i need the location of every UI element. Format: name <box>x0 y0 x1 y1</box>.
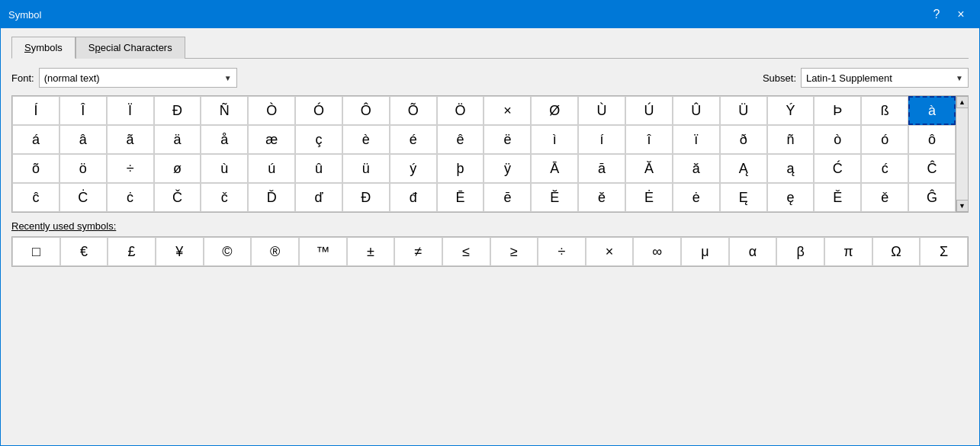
symbol-cell[interactable]: Ð <box>154 96 201 125</box>
symbol-cell[interactable]: Č <box>154 183 201 212</box>
symbol-cell[interactable]: ö <box>59 154 107 183</box>
symbol-cell[interactable]: Ė <box>625 183 673 212</box>
recent-symbol-cell[interactable]: μ <box>681 237 729 266</box>
symbol-cell[interactable]: Ó <box>295 96 342 125</box>
symbol-cell[interactable]: Ï <box>107 96 154 125</box>
symbol-cell[interactable]: ñ <box>767 125 815 154</box>
font-dropdown[interactable]: (normal text) ▼ <box>39 68 237 88</box>
recent-symbol-cell[interactable]: ≠ <box>394 237 442 266</box>
symbol-cell[interactable]: ã <box>107 125 154 154</box>
symbol-cell[interactable]: đ <box>390 183 437 212</box>
symbol-cell[interactable]: ï <box>673 125 720 154</box>
scroll-down-button[interactable]: ▼ <box>956 200 969 212</box>
symbol-cell[interactable]: ô <box>908 125 956 154</box>
symbol-cell[interactable]: ê <box>437 125 484 154</box>
recent-symbol-cell[interactable]: × <box>586 237 634 266</box>
recent-symbol-cell[interactable]: ≤ <box>442 237 490 266</box>
symbol-cell[interactable]: ĕ <box>578 183 625 212</box>
symbol-cell[interactable]: Ò <box>248 96 295 125</box>
symbol-cell[interactable]: Ø <box>531 96 578 125</box>
symbol-cell[interactable]: Ā <box>531 154 578 183</box>
symbol-cell[interactable]: Ċ <box>59 183 107 212</box>
symbol-cell[interactable]: ą <box>767 154 815 183</box>
symbol-cell[interactable]: ć <box>861 154 908 183</box>
symbol-cell[interactable]: æ <box>248 125 295 154</box>
symbol-cell[interactable]: Ĕ <box>531 183 578 212</box>
symbol-cell[interactable]: ă <box>673 154 720 183</box>
recent-symbol-cell[interactable]: □ <box>12 237 60 266</box>
symbol-cell[interactable]: Ý <box>767 96 815 125</box>
symbol-cell[interactable]: û <box>295 154 342 183</box>
symbol-cell[interactable]: þ <box>437 154 484 183</box>
symbol-cell[interactable]: ÿ <box>484 154 531 183</box>
recent-symbol-cell[interactable]: ∞ <box>633 237 681 266</box>
symbol-cell[interactable]: î <box>625 125 673 154</box>
symbol-cell[interactable]: í <box>578 125 625 154</box>
symbol-cell[interactable]: ď <box>295 183 342 212</box>
symbol-cell[interactable]: Ô <box>342 96 390 125</box>
symbol-cell[interactable]: ę <box>767 183 815 212</box>
symbol-cell[interactable]: ß <box>861 96 908 125</box>
recent-symbol-cell[interactable]: ™ <box>299 237 347 266</box>
recent-symbol-cell[interactable]: © <box>204 237 252 266</box>
scroll-up-button[interactable]: ▲ <box>956 96 969 108</box>
recent-symbol-cell[interactable]: ÷ <box>538 237 586 266</box>
symbol-cell[interactable]: Ę <box>720 183 767 212</box>
symbol-cell[interactable]: ì <box>531 125 578 154</box>
symbol-cell[interactable]: ð <box>720 125 767 154</box>
symbol-cell[interactable]: ù <box>201 154 248 183</box>
symbol-cell[interactable]: Ē <box>437 183 484 212</box>
symbol-cell[interactable]: Ĉ <box>908 154 956 183</box>
recent-symbol-cell[interactable]: ¥ <box>156 237 204 266</box>
recent-symbol-cell[interactable]: ≥ <box>490 237 538 266</box>
recent-symbol-cell[interactable]: α <box>729 237 777 266</box>
symbol-cell[interactable]: à <box>908 96 956 125</box>
symbol-cell[interactable]: ý <box>390 154 437 183</box>
symbol-cell[interactable]: á <box>12 125 59 154</box>
recent-symbol-cell[interactable]: ± <box>347 237 395 266</box>
symbol-cell[interactable]: Ă <box>625 154 673 183</box>
symbol-cell[interactable]: ò <box>814 125 861 154</box>
symbol-cell[interactable]: Ć <box>814 154 861 183</box>
symbol-cell[interactable]: ë <box>484 125 531 154</box>
subset-dropdown[interactable]: Latin-1 Supplement ▼ <box>801 68 969 88</box>
symbol-cell[interactable]: ċ <box>107 183 154 212</box>
symbol-cell[interactable]: ā <box>578 154 625 183</box>
symbol-cell[interactable]: Õ <box>390 96 437 125</box>
close-button[interactable]: × <box>950 4 972 25</box>
recent-symbol-cell[interactable]: ® <box>251 237 299 266</box>
symbol-cell[interactable]: Ö <box>437 96 484 125</box>
recent-symbol-cell[interactable]: π <box>824 237 872 266</box>
symbol-cell[interactable]: ü <box>342 154 390 183</box>
symbol-cell[interactable]: é <box>390 125 437 154</box>
symbol-cell[interactable]: Ď <box>248 183 295 212</box>
recent-symbol-cell[interactable]: Σ <box>920 237 968 266</box>
symbol-cell[interactable]: ú <box>248 154 295 183</box>
symbol-cell[interactable]: å <box>201 125 248 154</box>
symbol-cell[interactable]: ē <box>484 183 531 212</box>
symbol-cell[interactable]: ó <box>861 125 908 154</box>
symbol-cell[interactable]: ä <box>154 125 201 154</box>
symbol-cell[interactable]: ě <box>861 183 908 212</box>
symbol-cell[interactable]: Ü <box>720 96 767 125</box>
symbol-cell[interactable]: õ <box>12 154 59 183</box>
symbol-cell[interactable]: Î <box>59 96 107 125</box>
symbol-cell[interactable]: ç <box>295 125 342 154</box>
symbol-cell[interactable]: č <box>201 183 248 212</box>
symbol-cell[interactable]: Ĝ <box>908 183 956 212</box>
symbol-cell[interactable]: Í <box>12 96 59 125</box>
symbol-cell[interactable]: è <box>342 125 390 154</box>
symbol-cell[interactable]: Ě <box>814 183 861 212</box>
symbol-cell[interactable]: ĉ <box>12 183 59 212</box>
recent-symbol-cell[interactable]: Ω <box>872 237 921 266</box>
recent-symbol-cell[interactable]: £ <box>108 237 156 266</box>
help-button[interactable]: ? <box>926 4 947 25</box>
symbol-cell[interactable]: ÷ <box>107 154 154 183</box>
symbol-cell[interactable]: Û <box>673 96 720 125</box>
symbol-cell[interactable]: Þ <box>814 96 861 125</box>
symbol-cell[interactable]: ė <box>673 183 720 212</box>
symbol-cell[interactable]: Ú <box>625 96 673 125</box>
tab-special-characters[interactable]: Special Characters <box>76 37 185 59</box>
symbol-cell[interactable]: ø <box>154 154 201 183</box>
symbol-cell[interactable]: Ù <box>578 96 625 125</box>
